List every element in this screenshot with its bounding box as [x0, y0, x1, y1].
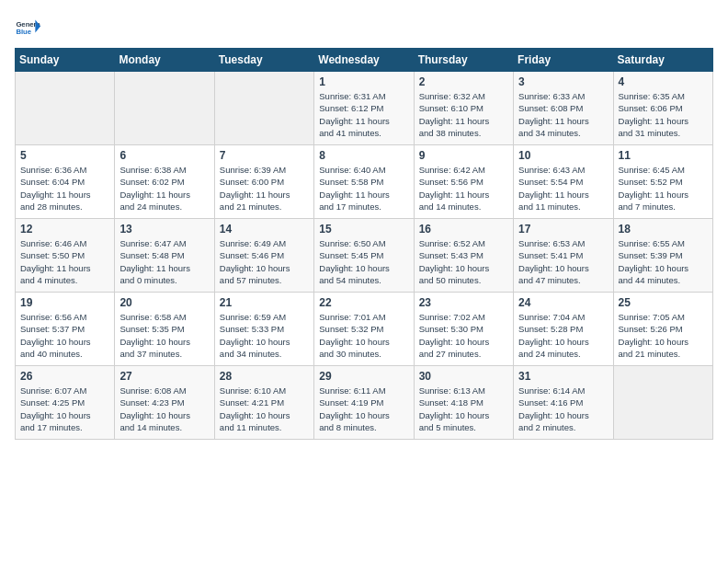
day-number: 17: [518, 223, 608, 236]
calendar-cell: 2Sunrise: 6:32 AM Sunset: 6:10 PM Daylig…: [414, 72, 513, 145]
day-number: 16: [419, 223, 508, 236]
day-info: Sunrise: 6:58 AM Sunset: 5:35 PM Dayligh…: [119, 311, 209, 360]
day-info: Sunrise: 6:42 AM Sunset: 5:56 PM Dayligh…: [419, 164, 508, 213]
day-info: Sunrise: 6:33 AM Sunset: 6:08 PM Dayligh…: [518, 90, 608, 139]
day-number: 27: [119, 370, 209, 383]
day-info: Sunrise: 6:53 AM Sunset: 5:41 PM Dayligh…: [518, 237, 608, 286]
day-number: 29: [319, 370, 408, 383]
day-info: Sunrise: 6:39 AM Sunset: 6:00 PM Dayligh…: [220, 164, 309, 213]
day-number: 7: [220, 149, 309, 162]
day-info: Sunrise: 6:43 AM Sunset: 5:54 PM Dayligh…: [518, 164, 608, 213]
calendar-cell: 1Sunrise: 6:31 AM Sunset: 6:12 PM Daylig…: [314, 72, 414, 145]
calendar-cell: 17Sunrise: 6:53 AM Sunset: 5:41 PM Dayli…: [514, 219, 613, 293]
calendar-cell: 10Sunrise: 6:43 AM Sunset: 5:54 PM Dayli…: [514, 145, 613, 219]
calendar-cell: 18Sunrise: 6:55 AM Sunset: 5:39 PM Dayli…: [613, 219, 712, 293]
calendar-cell: [16, 72, 115, 145]
logo: General Blue: [15, 15, 42, 40]
day-info: Sunrise: 6:56 AM Sunset: 5:37 PM Dayligh…: [20, 311, 109, 360]
calendar-cell: 14Sunrise: 6:49 AM Sunset: 5:46 PM Dayli…: [214, 219, 313, 293]
weekday-header-monday: Monday: [115, 49, 214, 72]
calendar-cell: 25Sunrise: 7:05 AM Sunset: 5:26 PM Dayli…: [613, 293, 712, 366]
calendar-cell: 23Sunrise: 7:02 AM Sunset: 5:30 PM Dayli…: [414, 293, 513, 366]
day-info: Sunrise: 6:08 AM Sunset: 4:23 PM Dayligh…: [119, 385, 209, 433]
day-number: 22: [319, 296, 408, 309]
calendar-cell: 30Sunrise: 6:13 AM Sunset: 4:18 PM Dayli…: [414, 366, 513, 440]
day-info: Sunrise: 7:04 AM Sunset: 5:28 PM Dayligh…: [518, 311, 608, 360]
day-number: 9: [419, 149, 508, 162]
calendar-cell: 13Sunrise: 6:47 AM Sunset: 5:48 PM Dayli…: [115, 219, 214, 293]
day-info: Sunrise: 6:13 AM Sunset: 4:18 PM Dayligh…: [419, 385, 508, 433]
weekday-header-sunday: Sunday: [16, 49, 115, 72]
weekday-header-wednesday: Wednesday: [314, 49, 414, 72]
calendar-cell: 27Sunrise: 6:08 AM Sunset: 4:23 PM Dayli…: [115, 366, 214, 440]
day-info: Sunrise: 6:31 AM Sunset: 6:12 PM Dayligh…: [319, 90, 408, 139]
day-number: 1: [319, 75, 408, 88]
day-info: Sunrise: 6:36 AM Sunset: 6:04 PM Dayligh…: [20, 164, 109, 213]
day-info: Sunrise: 6:47 AM Sunset: 5:48 PM Dayligh…: [119, 237, 209, 286]
day-number: 31: [518, 370, 608, 383]
day-info: Sunrise: 6:52 AM Sunset: 5:43 PM Dayligh…: [419, 237, 508, 286]
calendar-cell: 16Sunrise: 6:52 AM Sunset: 5:43 PM Dayli…: [414, 219, 513, 293]
calendar-cell: 21Sunrise: 6:59 AM Sunset: 5:33 PM Dayli…: [214, 293, 313, 366]
day-info: Sunrise: 6:50 AM Sunset: 5:45 PM Dayligh…: [319, 237, 408, 286]
day-number: 24: [518, 296, 608, 309]
day-info: Sunrise: 6:07 AM Sunset: 4:25 PM Dayligh…: [20, 385, 109, 433]
day-info: Sunrise: 6:32 AM Sunset: 6:10 PM Dayligh…: [419, 90, 508, 139]
day-info: Sunrise: 7:05 AM Sunset: 5:26 PM Dayligh…: [619, 311, 708, 360]
calendar-cell: 28Sunrise: 6:10 AM Sunset: 4:21 PM Dayli…: [214, 366, 313, 440]
calendar-cell: 9Sunrise: 6:42 AM Sunset: 5:56 PM Daylig…: [414, 145, 513, 219]
day-info: Sunrise: 6:55 AM Sunset: 5:39 PM Dayligh…: [619, 237, 708, 286]
day-number: 12: [20, 223, 109, 236]
day-info: Sunrise: 6:10 AM Sunset: 4:21 PM Dayligh…: [220, 385, 309, 433]
day-number: 30: [419, 370, 508, 383]
day-info: Sunrise: 7:01 AM Sunset: 5:32 PM Dayligh…: [319, 311, 408, 360]
calendar-cell: 11Sunrise: 6:45 AM Sunset: 5:52 PM Dayli…: [613, 145, 712, 219]
calendar-cell: 3Sunrise: 6:33 AM Sunset: 6:08 PM Daylig…: [514, 72, 613, 145]
calendar-cell: 15Sunrise: 6:50 AM Sunset: 5:45 PM Dayli…: [314, 219, 414, 293]
day-number: 3: [518, 75, 608, 88]
calendar-cell: 22Sunrise: 7:01 AM Sunset: 5:32 PM Dayli…: [314, 293, 414, 366]
weekday-header-tuesday: Tuesday: [214, 49, 313, 72]
calendar-cell: 19Sunrise: 6:56 AM Sunset: 5:37 PM Dayli…: [16, 293, 115, 366]
day-number: 26: [20, 370, 109, 383]
day-info: Sunrise: 6:11 AM Sunset: 4:19 PM Dayligh…: [319, 385, 408, 433]
day-number: 19: [20, 296, 109, 309]
svg-text:Blue: Blue: [16, 28, 31, 36]
calendar-cell: 8Sunrise: 6:40 AM Sunset: 5:58 PM Daylig…: [314, 145, 414, 219]
day-number: 23: [419, 296, 508, 309]
calendar-cell: 4Sunrise: 6:35 AM Sunset: 6:06 PM Daylig…: [613, 72, 712, 145]
calendar-cell: 5Sunrise: 6:36 AM Sunset: 6:04 PM Daylig…: [16, 145, 115, 219]
calendar-cell: 24Sunrise: 7:04 AM Sunset: 5:28 PM Dayli…: [514, 293, 613, 366]
day-number: 11: [619, 149, 708, 162]
day-number: 14: [220, 223, 309, 236]
weekday-header-friday: Friday: [514, 49, 613, 72]
day-number: 5: [20, 149, 109, 162]
day-info: Sunrise: 6:59 AM Sunset: 5:33 PM Dayligh…: [220, 311, 309, 360]
day-number: 4: [619, 75, 708, 88]
day-number: 10: [518, 149, 608, 162]
weekday-header-saturday: Saturday: [613, 49, 712, 72]
calendar-cell: 29Sunrise: 6:11 AM Sunset: 4:19 PM Dayli…: [314, 366, 414, 440]
day-number: 28: [220, 370, 309, 383]
day-info: Sunrise: 6:40 AM Sunset: 5:58 PM Dayligh…: [319, 164, 408, 213]
day-info: Sunrise: 6:46 AM Sunset: 5:50 PM Dayligh…: [20, 237, 109, 286]
day-info: Sunrise: 6:38 AM Sunset: 6:02 PM Dayligh…: [119, 164, 209, 213]
day-number: 2: [419, 75, 508, 88]
day-info: Sunrise: 6:49 AM Sunset: 5:46 PM Dayligh…: [220, 237, 309, 286]
calendar-cell: 26Sunrise: 6:07 AM Sunset: 4:25 PM Dayli…: [16, 366, 115, 440]
calendar-cell: [613, 366, 712, 440]
day-number: 25: [619, 296, 708, 309]
calendar-cell: 20Sunrise: 6:58 AM Sunset: 5:35 PM Dayli…: [115, 293, 214, 366]
day-info: Sunrise: 6:35 AM Sunset: 6:06 PM Dayligh…: [619, 90, 708, 139]
calendar-table: SundayMondayTuesdayWednesdayThursdayFrid…: [15, 48, 713, 440]
calendar-cell: 6Sunrise: 6:38 AM Sunset: 6:02 PM Daylig…: [115, 145, 214, 219]
weekday-header-thursday: Thursday: [414, 49, 513, 72]
day-number: 8: [319, 149, 408, 162]
calendar-cell: 12Sunrise: 6:46 AM Sunset: 5:50 PM Dayli…: [16, 219, 115, 293]
day-number: 18: [619, 223, 708, 236]
day-number: 6: [119, 149, 209, 162]
calendar-cell: 31Sunrise: 6:14 AM Sunset: 4:16 PM Dayli…: [514, 366, 613, 440]
day-number: 21: [220, 296, 309, 309]
day-number: 13: [119, 223, 209, 236]
calendar-cell: 7Sunrise: 6:39 AM Sunset: 6:00 PM Daylig…: [214, 145, 313, 219]
